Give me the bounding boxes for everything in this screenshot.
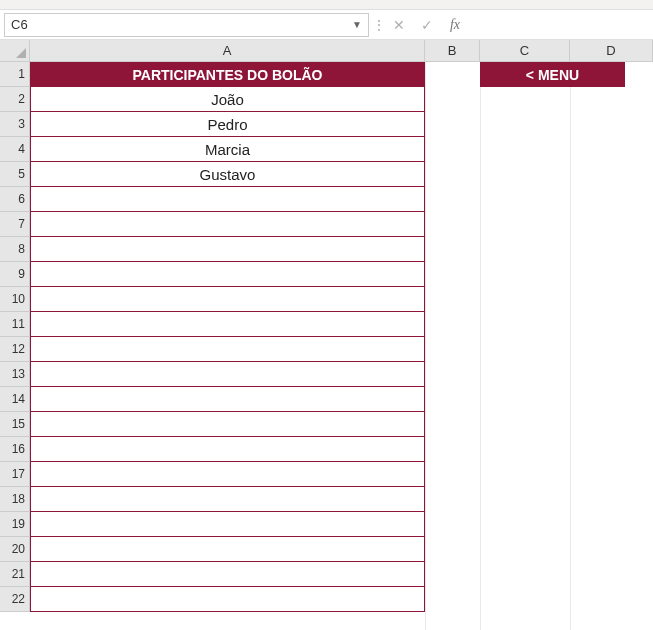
empty-cell[interactable]	[30, 337, 425, 362]
empty-cell[interactable]	[30, 287, 425, 312]
divider-icon: ⋮	[373, 18, 381, 32]
row-headers: 12345678910111213141516171819202122	[0, 62, 30, 612]
row-header[interactable]: 22	[0, 587, 30, 612]
column-header[interactable]: C	[480, 40, 570, 62]
empty-cell[interactable]	[30, 587, 425, 612]
formula-bar-row: C6 ▼ ⋮ ✕ ✓ fx	[0, 10, 653, 40]
empty-cell[interactable]	[30, 187, 425, 212]
empty-cell[interactable]	[30, 487, 425, 512]
name-box[interactable]: C6 ▼	[4, 13, 369, 37]
empty-cell[interactable]	[30, 262, 425, 287]
row-header[interactable]: 4	[0, 137, 30, 162]
ribbon-fragment	[0, 0, 653, 10]
row-header[interactable]: 18	[0, 487, 30, 512]
column-header[interactable]: B	[425, 40, 480, 62]
empty-cell[interactable]	[30, 512, 425, 537]
row-header[interactable]: 5	[0, 162, 30, 187]
participant-cell[interactable]: Gustavo	[30, 162, 425, 187]
empty-cell[interactable]	[30, 212, 425, 237]
row-header[interactable]: 6	[0, 187, 30, 212]
empty-cell[interactable]	[30, 362, 425, 387]
row-header[interactable]: 9	[0, 262, 30, 287]
row-header[interactable]: 10	[0, 287, 30, 312]
column-headers: ABCD	[30, 40, 653, 62]
column-header[interactable]: A	[30, 40, 425, 62]
participant-cell[interactable]: João	[30, 87, 425, 112]
row-header[interactable]: 13	[0, 362, 30, 387]
empty-cell[interactable]	[30, 387, 425, 412]
row-header[interactable]: 1	[0, 62, 30, 87]
menu-button[interactable]: < MENU	[480, 62, 625, 87]
grid-body[interactable]: PARTICIPANTES DO BOLÃOJoãoPedroMarciaGus…	[30, 62, 653, 630]
empty-cell[interactable]	[30, 537, 425, 562]
empty-cell[interactable]	[30, 312, 425, 337]
row-header[interactable]: 2	[0, 87, 30, 112]
empty-cell[interactable]	[30, 462, 425, 487]
empty-cell[interactable]	[30, 237, 425, 262]
fx-icon[interactable]: fx	[441, 13, 469, 37]
row-header[interactable]: 15	[0, 412, 30, 437]
chevron-down-icon[interactable]: ▼	[352, 19, 362, 30]
cancel-icon: ✕	[385, 13, 413, 37]
row-header[interactable]: 3	[0, 112, 30, 137]
row-header[interactable]: 19	[0, 512, 30, 537]
check-icon: ✓	[413, 13, 441, 37]
row-header[interactable]: 12	[0, 337, 30, 362]
table-header: PARTICIPANTES DO BOLÃO	[30, 62, 425, 87]
participants-column: PARTICIPANTES DO BOLÃOJoãoPedroMarciaGus…	[30, 62, 425, 612]
row-header[interactable]: 11	[0, 312, 30, 337]
formula-actions: ✕ ✓ fx	[385, 13, 469, 37]
worksheet: 12345678910111213141516171819202122 ABCD…	[0, 40, 653, 630]
empty-cell[interactable]	[30, 437, 425, 462]
row-header[interactable]: 21	[0, 562, 30, 587]
row-header[interactable]: 7	[0, 212, 30, 237]
row-header[interactable]: 16	[0, 437, 30, 462]
name-box-value: C6	[11, 17, 352, 32]
column-header[interactable]: D	[570, 40, 653, 62]
row-header[interactable]: 14	[0, 387, 30, 412]
row-header[interactable]: 20	[0, 537, 30, 562]
row-header[interactable]: 17	[0, 462, 30, 487]
row-header[interactable]: 8	[0, 237, 30, 262]
participant-cell[interactable]: Pedro	[30, 112, 425, 137]
empty-cell[interactable]	[30, 412, 425, 437]
empty-cell[interactable]	[30, 562, 425, 587]
participant-cell[interactable]: Marcia	[30, 137, 425, 162]
formula-input[interactable]	[473, 13, 649, 37]
menu-button-label: < MENU	[526, 67, 579, 83]
select-all-corner[interactable]	[0, 40, 30, 62]
